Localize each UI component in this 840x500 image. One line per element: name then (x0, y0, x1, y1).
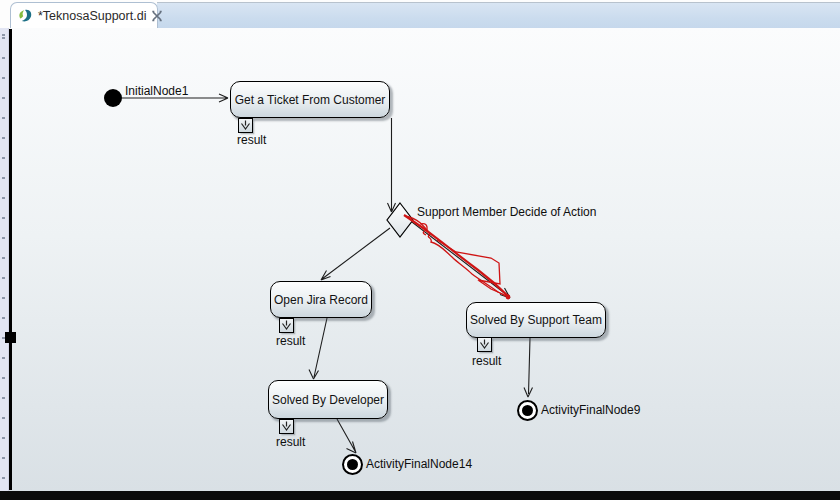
action-solved-support[interactable]: Solved By Support Team (466, 302, 606, 338)
initial-node-label: InitialNode1 (125, 84, 188, 98)
output-pin-solved-support[interactable] (477, 337, 492, 352)
pin-arrow-icon (280, 420, 293, 433)
activity-final-node-14[interactable] (342, 454, 363, 475)
action-label: Get a Ticket From Customer (235, 93, 386, 107)
decision-node[interactable] (387, 203, 413, 237)
tab-title: *TeknosaSupport.di (38, 9, 146, 23)
action-label: Open Jira Record (274, 293, 368, 307)
final-node-label: ActivityFinalNode14 (366, 457, 472, 471)
activity-final-node-9[interactable] (517, 400, 538, 421)
pin-label: result (276, 435, 305, 449)
edge-decision-to-open-jira[interactable] (321, 228, 390, 280)
action-solved-developer[interactable]: Solved By Developer (268, 380, 388, 419)
action-label: Solved By Support Team (470, 313, 602, 327)
initial-node[interactable] (104, 89, 122, 107)
pin-arrow-icon (239, 119, 252, 132)
pin-arrow-icon (478, 338, 491, 351)
action-get-ticket[interactable]: Get a Ticket From Customer (230, 81, 390, 118)
final-node-dot (522, 405, 533, 416)
pin-label: result (276, 334, 305, 348)
tab-close-icon[interactable] (151, 9, 163, 23)
final-node-dot (347, 459, 358, 470)
bottom-bar (0, 491, 840, 500)
decision-label: Support Member Decide of Action (417, 205, 596, 219)
action-label: Solved By Developer (272, 393, 384, 407)
tab-teknosasupport[interactable]: *TeknosaSupport.di (10, 2, 158, 28)
pin-label: result (237, 133, 266, 147)
edge-open-jira-to-solved-developer[interactable] (309, 318, 327, 379)
diagram-canvas[interactable]: InitialNode1 Get a Ticket From Customer … (0, 28, 840, 491)
pin-arrow-icon (280, 319, 293, 332)
tab-bar-filler (157, 2, 840, 29)
papyrus-icon (17, 8, 33, 24)
output-pin-open-jira[interactable] (279, 318, 294, 333)
output-pin-solved-developer[interactable] (279, 419, 294, 434)
edge-get-ticket-to-decision[interactable] (388, 118, 396, 212)
edge-solved-support-to-final9[interactable] (524, 338, 533, 397)
action-open-jira[interactable]: Open Jira Record (270, 281, 372, 318)
edge-solved-developer-to-final14[interactable] (337, 419, 356, 453)
output-pin-get-ticket[interactable] (238, 118, 253, 133)
pin-label: result (472, 354, 501, 368)
editor-tab-bar: *TeknosaSupport.di (0, 0, 840, 28)
final-node-label: ActivityFinalNode9 (541, 403, 640, 417)
